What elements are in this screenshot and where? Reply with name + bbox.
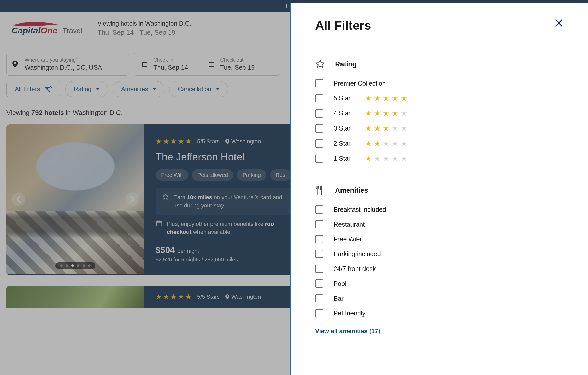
checkbox[interactable] — [315, 139, 323, 148]
filter-premier-collection[interactable]: Premier Collection — [315, 79, 563, 87]
filter-parking-included[interactable]: Parking included — [315, 250, 563, 258]
filter-label: 24/7 front desk — [334, 265, 376, 273]
filter-label: Pet friendly — [334, 310, 366, 317]
section-rating: Rating — [315, 59, 563, 69]
checkbox[interactable] — [315, 124, 323, 133]
section-label: Rating — [335, 60, 357, 68]
filter-label: Breakfast included — [334, 206, 386, 213]
star-icons: ★★★★★ — [365, 139, 407, 148]
filter-label: 1 Star — [334, 155, 351, 162]
drawer-title: All Filters — [315, 18, 371, 32]
filter-bar[interactable]: Bar — [315, 294, 563, 302]
filter-3-star[interactable]: 3 Star ★★★★★ — [315, 124, 563, 133]
filter-label: 5 Star — [334, 95, 351, 102]
checkbox[interactable] — [315, 109, 323, 118]
filters-drawer: All Filters Rating Premier Collection 5 … — [290, 3, 588, 375]
section-label: Amenities — [335, 186, 368, 194]
filter-label: Restaurant — [334, 221, 365, 228]
filter-pet-friendly[interactable]: Pet friendly — [315, 309, 563, 317]
filter-4-star[interactable]: 4 Star ★★★★★ — [315, 109, 563, 118]
checkbox[interactable] — [315, 235, 323, 243]
checkbox[interactable] — [315, 265, 323, 273]
star-icons: ★★★★★ — [365, 154, 407, 163]
checkbox[interactable] — [315, 155, 323, 163]
checkbox[interactable] — [315, 205, 323, 214]
star-icons: ★★★★★ — [365, 124, 407, 133]
checkbox[interactable] — [315, 220, 323, 228]
checkbox[interactable] — [315, 94, 323, 102]
divider — [315, 48, 563, 48]
view-all-amenities-link[interactable]: View all amenities (17) — [315, 327, 380, 335]
filter-restaurant[interactable]: Restaurant — [315, 220, 563, 228]
star-outline-icon — [315, 59, 325, 69]
filter-label: 3 Star — [334, 125, 351, 132]
filter-1-star[interactable]: 1 Star ★★★★★ — [315, 154, 563, 163]
filter-label: Parking included — [334, 250, 381, 258]
checkbox[interactable] — [315, 309, 323, 317]
filter-free-wifi[interactable]: Free WiFi — [315, 235, 563, 243]
utensils-icon — [315, 185, 325, 195]
close-icon[interactable] — [554, 18, 563, 28]
star-icons: ★★★★★ — [365, 94, 407, 102]
filter-label: Premier Collection — [334, 80, 386, 87]
checkbox[interactable] — [315, 279, 323, 288]
star-icons: ★★★★★ — [365, 109, 407, 118]
filter-label: Bar — [334, 295, 344, 302]
divider — [315, 174, 563, 174]
checkbox[interactable] — [315, 79, 323, 87]
filter-breakfast-included[interactable]: Breakfast included — [315, 205, 563, 214]
filter-247-front-desk[interactable]: 24/7 front desk — [315, 265, 563, 273]
filter-label: Pool — [334, 280, 346, 287]
filter-pool[interactable]: Pool — [315, 279, 563, 288]
filter-5-star[interactable]: 5 Star ★★★★★ — [315, 94, 563, 102]
checkbox[interactable] — [315, 294, 323, 302]
filter-label: Free WiFi — [334, 236, 361, 243]
checkbox[interactable] — [315, 250, 323, 258]
filter-label: 2 Star — [334, 140, 351, 147]
section-amenities: Amenities — [315, 185, 563, 195]
filter-label: 4 Star — [334, 110, 351, 117]
filter-2-star[interactable]: 2 Star ★★★★★ — [315, 139, 563, 148]
